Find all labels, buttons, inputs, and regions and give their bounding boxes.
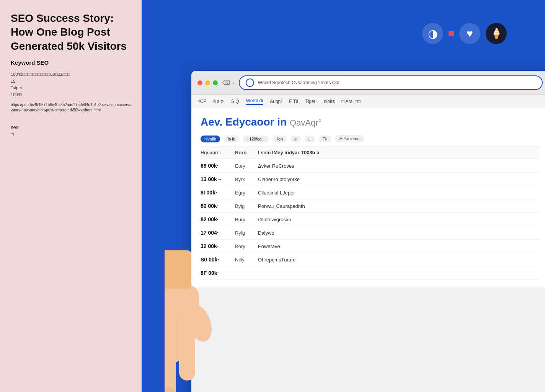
toolbar-item-3[interactable]: Worm·di	[246, 98, 263, 105]
address-circle-icon	[246, 78, 254, 87]
header-col-desc: I sem IMey iudyar T003b a	[258, 150, 540, 155]
article-tags: seo □	[11, 124, 131, 137]
hand-svg	[165, 132, 295, 392]
article-category: Keyword SEO	[11, 59, 131, 66]
icon-circle-1: ◑	[422, 23, 443, 44]
page-title-part2: Edycaoor	[225, 116, 274, 128]
toolbar-item-0[interactable]: 4CP	[197, 99, 206, 104]
article-meta: 10041□□□□□□□□□□□50□22□□□ 15 Taipei 10041	[11, 71, 131, 98]
nav-back[interactable]: ⌫	[222, 80, 230, 86]
filter-col6[interactable]: □	[305, 136, 315, 142]
address-bar[interactable]: Wnind Sgrotech Ovsarroning ?rnats Oatl	[239, 75, 543, 90]
icon-circle-2: ♥	[459, 23, 480, 44]
article-title: SEO Success Story: How One Blog Post Gen…	[11, 11, 131, 53]
page-title: Aev. Edycaoor in QavAqr°	[201, 116, 540, 128]
traffic-light-red[interactable]	[197, 80, 202, 85]
row1-desc: Claner-lo ptolynrke	[258, 176, 540, 182]
row4-desc: €halfowigrosxn	[258, 217, 540, 222]
dot-red	[449, 31, 454, 36]
page-subtitle: QavAqr°	[290, 118, 321, 127]
browser-toolbar: 4CP b s z· S·Q Worm·di Augpr F Tā Tiger·…	[191, 95, 545, 108]
tag-extra: □	[11, 132, 131, 137]
toolbar-item-1[interactable]: b s z·	[213, 99, 224, 104]
toolbar-item-4[interactable]: Augpr	[270, 99, 282, 104]
top-icons: ◑ ♥ 🍦	[422, 23, 507, 44]
page-title-part3: in	[277, 116, 287, 128]
filter-excietoni[interactable]: ↗ Excietoni	[335, 135, 364, 142]
browser-nav: ⌫ ›	[222, 80, 234, 86]
icon-dark-1: 🍦	[486, 23, 507, 44]
article-url: https://pub-5c454f571b8e40a3a2aad27ade84…	[11, 102, 131, 113]
toolbar-item-8[interactable]: □ Aral □□	[342, 99, 361, 104]
address-text: Wnind Sgrotech Ovsarroning ?rnats Oatl	[258, 80, 341, 85]
toolbar-item-6[interactable]: Tiger·	[305, 99, 317, 104]
toolbar-item-5[interactable]: F Tā	[289, 99, 298, 104]
browser-chrome: ⌫ › Wnind Sgrotech Ovsarroning ?rnats Oa…	[191, 71, 545, 95]
traffic-light-yellow[interactable]	[205, 80, 210, 85]
row0-desc: Δvker RuCroves	[258, 163, 540, 169]
traffic-lights	[197, 80, 218, 85]
row6-desc: Eowerave	[258, 243, 540, 249]
row3-desc: Ponw□_Caurapednth	[258, 203, 540, 209]
toolbar-item-2[interactable]: S·Q	[231, 99, 239, 104]
hand-overlay	[165, 132, 295, 392]
row2-desc: Cllarsinal LJeper	[258, 190, 540, 196]
filter-tk[interactable]: Tk	[319, 136, 331, 142]
svg-rect-7	[165, 285, 199, 331]
row7-desc: OhrepemsTurare	[258, 257, 540, 263]
row5-desc: Dalywo	[258, 230, 540, 236]
page-title-part1: Aev.	[201, 116, 222, 128]
nav-forward[interactable]: ›	[232, 80, 234, 86]
toolbar-item-7[interactable]: nloirs	[324, 99, 335, 104]
left-panel: SEO Success Story: How One Blog Post Gen…	[0, 0, 142, 392]
right-area: ◑ ♥ 🍦 ⌫ › Wnind Sgrotech Ovsarroning ?rn…	[142, 0, 545, 392]
tag-seo: seo	[11, 124, 131, 130]
traffic-light-green[interactable]	[213, 80, 218, 85]
svg-rect-8	[165, 250, 191, 289]
